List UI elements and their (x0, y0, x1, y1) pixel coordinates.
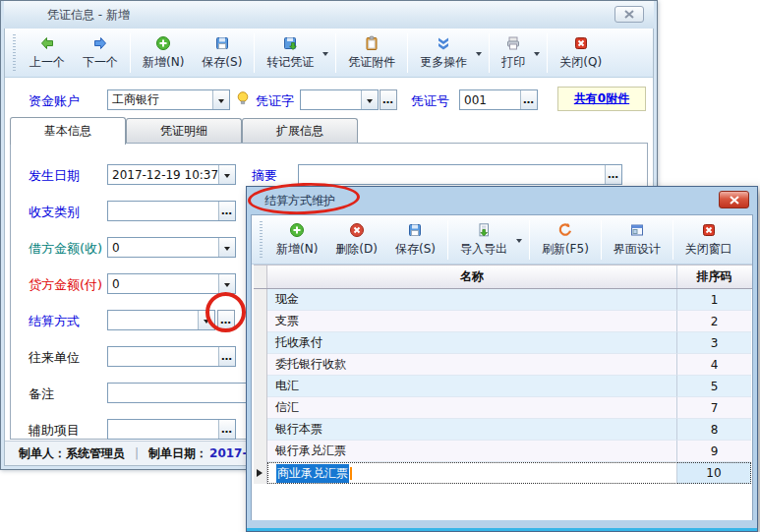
ellipsis-button[interactable]: … (218, 347, 235, 366)
voucher-window-title: 凭证信息 - 新增 (47, 7, 130, 24)
debit-amount-combobox[interactable]: 0 (107, 237, 236, 258)
add-icon (289, 222, 305, 238)
table-row-selected[interactable]: 商业承兑汇票 10 (254, 462, 752, 484)
transfer-voucher-button[interactable]: 转记凭证 (258, 32, 322, 74)
toolbar-separator (672, 220, 673, 260)
lightbulb-icon[interactable] (235, 90, 251, 106)
table-row[interactable]: 托收承付 3 (254, 332, 752, 354)
delete-icon (349, 222, 365, 238)
creator-value: 系统管理员 (66, 445, 125, 462)
remark-input[interactable] (107, 383, 255, 403)
summary-input[interactable]: … (298, 164, 622, 185)
auxiliary-item-input[interactable]: … (107, 419, 236, 440)
table-row[interactable]: 电汇 5 (254, 376, 752, 397)
toolbar-grip[interactable] (260, 221, 263, 259)
dialog-refresh-button[interactable]: 刷新(F5) (533, 219, 598, 261)
import-export-icon (476, 222, 492, 238)
tab-extended-info[interactable]: 扩展信息 (242, 118, 358, 144)
close-button[interactable]: 关闭(Q) (551, 32, 611, 74)
voucher-word-combobox[interactable] (300, 89, 379, 110)
settlement-dialog-close-button[interactable] (719, 191, 749, 208)
settlement-method-dialog: 结算方式维护 新增(N) 删除(D) 保存(S) (246, 186, 758, 532)
double-chevron-down-icon (436, 35, 451, 51)
ellipsis-button[interactable]: … (218, 420, 235, 439)
row-marker (254, 289, 267, 311)
table-row[interactable]: 银行本票 8 (254, 419, 752, 441)
table-row[interactable]: 现金 1 (254, 289, 752, 311)
settlement-method-combobox[interactable] (107, 310, 215, 330)
print-dropdown-arrow[interactable] (534, 52, 540, 59)
settlement-method-ellipsis-button[interactable]: … (217, 310, 235, 330)
save-button[interactable]: 保存(S) (193, 32, 251, 74)
chevron-down-icon (224, 283, 230, 290)
occur-date-picker[interactable]: 2017-12-19 10:37 (107, 164, 236, 185)
income-expense-type-input[interactable]: … (107, 201, 236, 221)
print-button[interactable]: 打印 (493, 32, 534, 74)
dropdown-button[interactable] (218, 274, 235, 293)
attachment-count-link[interactable]: 共有0附件 (574, 90, 629, 107)
toolbar-separator (601, 220, 602, 260)
counterparty-input[interactable]: … (107, 346, 236, 367)
ellipsis-button[interactable]: … (218, 202, 235, 220)
dialog-close-window-button[interactable]: 关闭窗口 (676, 219, 741, 261)
add-icon (155, 35, 171, 51)
toolbar-grip[interactable] (13, 34, 16, 72)
dialog-ui-design-button[interactable]: 界面设计 (605, 219, 670, 261)
table-row[interactable]: 支票 2 (254, 311, 752, 332)
toolbar-separator (447, 220, 448, 260)
dropdown-button[interactable] (361, 90, 378, 109)
more-actions-dropdown-arrow[interactable] (476, 52, 482, 59)
more-actions-button[interactable]: 更多操作 (411, 32, 476, 74)
dropdown-button[interactable] (218, 238, 235, 257)
table-row[interactable]: 委托银行收款 4 (254, 354, 752, 376)
table-row[interactable]: 信汇 7 (254, 397, 752, 419)
counterparty-label: 往来单位 (29, 349, 80, 367)
save-icon (407, 222, 423, 238)
voucher-no-input[interactable]: 001 … (459, 89, 538, 110)
dialog-delete-button[interactable]: 删除(D) (326, 219, 386, 261)
fund-account-combobox[interactable]: 工商银行 (107, 89, 230, 110)
ellipsis-icon: … (523, 94, 535, 105)
table-row[interactable]: 银行承兑汇票 9 (254, 441, 752, 462)
chevron-down-icon (367, 99, 373, 106)
dropdown-button[interactable] (218, 165, 235, 184)
transfer-voucher-dropdown-arrow[interactable] (322, 52, 328, 59)
ellipsis-icon: … (382, 94, 394, 105)
chevron-down-icon (224, 247, 230, 254)
dropdown-button[interactable] (212, 90, 229, 109)
arrow-left-icon (39, 35, 55, 51)
dialog-save-button[interactable]: 保存(S) (386, 219, 444, 261)
voucher-toolbar: 上一个 下一个 新增(N) 保存(S) (5, 29, 653, 78)
credit-amount-combobox[interactable]: 0 (107, 273, 236, 294)
voucher-window-close-button[interactable] (614, 6, 644, 23)
next-button[interactable]: 下一个 (74, 32, 127, 74)
new-button[interactable]: 新增(N) (134, 32, 193, 74)
dialog-new-button[interactable]: 新增(N) (267, 219, 326, 261)
previous-button[interactable]: 上一个 (21, 32, 74, 74)
credit-amount-label: 贷方金额(付) (29, 276, 102, 294)
voucher-word-ellipsis-button[interactable]: … (380, 89, 397, 110)
tab-voucher-detail[interactable]: 凭证明细 (126, 118, 242, 144)
row-marker (254, 419, 267, 441)
import-export-dropdown-arrow[interactable] (516, 239, 522, 246)
chevron-down-icon (218, 99, 224, 106)
attachment-icon (364, 35, 380, 51)
column-header-name[interactable]: 名称 (267, 266, 677, 288)
attachment-count-panel: 共有0附件 (557, 87, 646, 111)
ellipsis-icon: … (608, 169, 619, 180)
summary-ellipsis-button[interactable]: … (605, 165, 621, 184)
tab-basic-info[interactable]: 基本信息 (10, 117, 126, 145)
selected-cell-editing[interactable]: 商业承兑汇票 (267, 462, 677, 484)
column-header-sortcode[interactable]: 排序码 (677, 266, 751, 288)
row-marker (254, 354, 267, 376)
dropdown-button[interactable] (198, 311, 214, 329)
dialog-import-export-button[interactable]: 导入导出 (451, 219, 516, 261)
ellipsis-icon: … (220, 315, 232, 325)
remark-label: 备注 (29, 385, 54, 403)
toolbar-separator (130, 33, 131, 73)
settlement-dialog-titlebar: 结算方式维护 (251, 187, 753, 214)
close-icon (624, 10, 634, 19)
ui-design-icon (629, 222, 645, 238)
voucher-no-ellipsis-button[interactable]: … (520, 90, 537, 109)
voucher-attachment-button[interactable]: 凭证附件 (339, 32, 404, 74)
